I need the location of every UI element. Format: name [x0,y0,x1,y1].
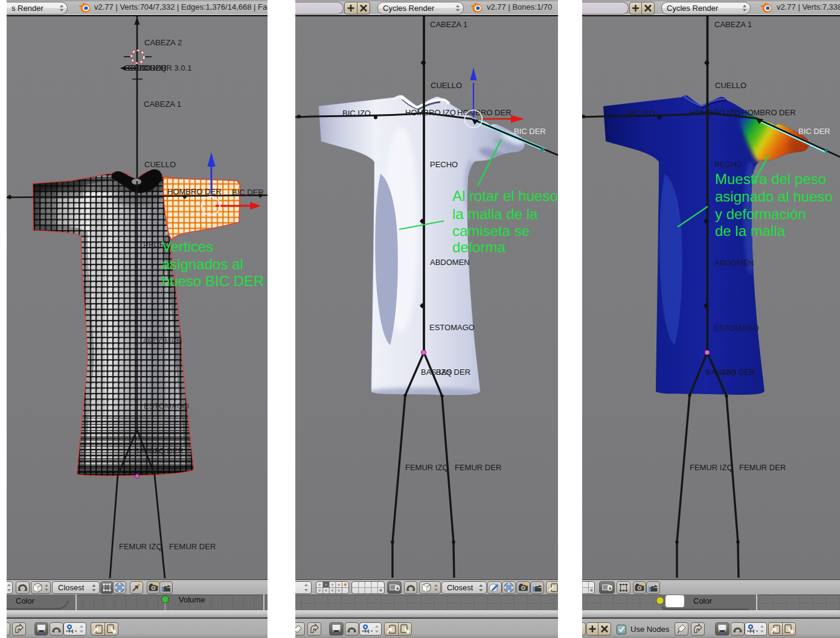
svg-text:FEMUR IZQ: FEMUR IZQ [405,463,449,472]
svg-text:ZORDER 3.0.1: ZORDER 3.0.1 [139,63,191,72]
svg-text:BIC DER: BIC DER [232,188,264,197]
svg-text:Color: Color [16,596,35,605]
svg-text:HOMBRO DER: HOMBRO DER [742,108,796,117]
svg-text:FEMUR IZQ: FEMUR IZQ [119,542,162,551]
svg-text:Volume: Volume [179,595,205,604]
svg-text:BAS DER: BAS DER [436,368,470,377]
svg-text:ABDOMEN: ABDOMEN [430,258,470,267]
svg-text:ABDOMEN: ABDOMEN [143,337,182,346]
svg-text:deforma: deforma [452,239,506,255]
svg-text:FEMUR DER: FEMUR DER [455,463,501,472]
svg-text:ESTOMAGO: ESTOMAGO [429,323,475,332]
svg-text:Muestra del peso: Muestra del peso [715,171,826,187]
svg-text:CUELLO: CUELLO [144,160,176,169]
svg-text:PECHO: PECHO [714,160,742,169]
svg-text:FEMUR DER: FEMUR DER [739,463,786,472]
svg-text:BIC IZO: BIC IZO [627,109,655,118]
svg-text:asignado al hueso: asignado al hueso [715,188,833,205]
svg-text:FEMUR IZQ: FEMUR IZQ [690,463,733,472]
svg-text:PECHO: PECHO [430,160,458,169]
svg-text:BAS DER: BAS DER [720,368,755,377]
svg-text:Al rotar el hueso: Al rotar el hueso [452,188,558,204]
svg-text:Color: Color [693,596,713,605]
svg-text:asignados al: asignados al [162,256,243,272]
svg-text:CABEZA 1: CABEZA 1 [430,20,467,29]
svg-text:FEMUR DER: FEMUR DER [169,542,216,551]
svg-text:de la malla: de la malla [715,223,786,239]
svg-text:CABEZA 2: CABEZA 2 [144,38,182,47]
svg-text:BIC DER: BIC DER [514,127,546,136]
svg-text:la malla de la: la malla de la [452,206,538,222]
svg-text:BIC DER: BIC DER [798,127,830,136]
svg-text:Vertices: Vertices [162,238,213,255]
svg-text:HOMBRO DER: HOMBRO DER [167,187,222,196]
svg-text:HOMBRO IZQ: HOMBRO IZQ [690,108,740,117]
svg-text:hueso BIC DER: hueso BIC DER [162,273,264,289]
svg-text:CABEZA 1: CABEZA 1 [714,20,752,29]
svg-text:ABDOMEN: ABDOMEN [714,258,754,267]
svg-text:y deformación: y deformación [715,206,806,222]
svg-text:HOMBRO IZQ: HOMBRO IZQ [405,108,456,117]
svg-text:BIC IZO: BIC IZO [342,109,371,118]
svg-text:CUELLO: CUELLO [431,81,462,90]
svg-text:CABEZA 1: CABEZA 1 [144,100,181,109]
svg-text:ESTOMAGO: ESTOMAGO [144,401,189,410]
svg-text:CUELLO: CUELLO [715,81,746,90]
svg-text:camiseta se: camiseta se [452,223,530,239]
svg-text:ESTOMAGO: ESTOMAGO [714,324,759,333]
svg-text:BAS DER: BAS DER [149,446,184,455]
